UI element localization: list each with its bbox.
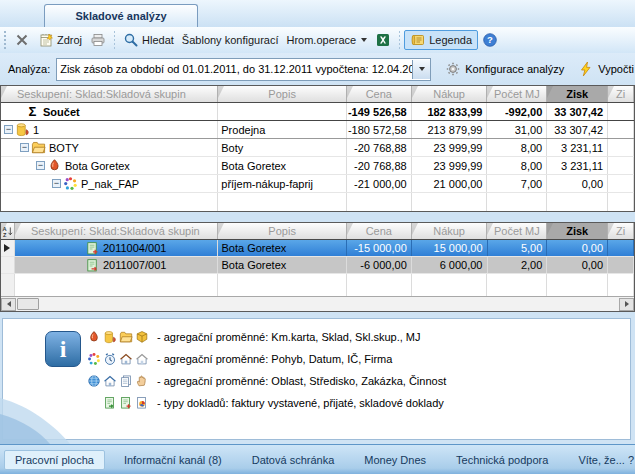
column-header-group[interactable]: Seskupení: Sklad:Skladová skupin xyxy=(15,223,218,239)
column-header-zi[interactable]: Zi xyxy=(608,223,634,239)
legend-panel: i - agregační proměnné: Km.karta, Sklad,… xyxy=(2,318,631,440)
cell-text: 0,00 xyxy=(582,178,603,190)
cell-text: -15 000,00 xyxy=(354,242,407,254)
warehouse-icon xyxy=(15,122,30,137)
cell-text: 23 999,99 xyxy=(434,160,483,172)
bottom-tab-label: Money Dnes xyxy=(364,454,426,466)
column-header-group[interactable]: Seskupení: Sklad:Skladová skupin xyxy=(1,86,218,102)
value-cell: 21 000,00 xyxy=(412,175,488,192)
column-header-popis[interactable]: Popis xyxy=(218,223,347,239)
column-header-cena[interactable]: Cena xyxy=(347,223,412,239)
receipt-doc-arrow-icon xyxy=(85,258,100,273)
legend-text: - agregační proměnné: Km.karta, Sklad, S… xyxy=(157,331,421,343)
search-button[interactable]: Hledat xyxy=(119,30,178,50)
help-icon: ? xyxy=(482,32,498,48)
value-cell xyxy=(608,240,634,256)
scroll-right-button[interactable] xyxy=(619,298,634,311)
legend-icons xyxy=(77,396,149,410)
tree-row[interactable]: −BOTYBoty-20 768,8823 999,998,003 231,11 xyxy=(1,139,634,157)
filler-cell xyxy=(218,274,347,296)
analysis-combobox[interactable]: Zisk zásob za období od 01.01.2011, do 3… xyxy=(56,58,431,81)
bottom-tab-label: Technická podpora xyxy=(456,454,548,466)
cell-text: Boty xyxy=(221,142,243,154)
stock-movement-icon xyxy=(63,176,78,191)
scroll-left-icon xyxy=(7,301,11,307)
value-cell: -6 000,00 xyxy=(347,257,412,273)
expander-minus-box[interactable]: − xyxy=(20,143,29,152)
invoice-in-icon xyxy=(119,396,133,410)
scroll-left-button[interactable] xyxy=(1,298,16,311)
legend-text: - agregační proměnné: Oblast, Středisko,… xyxy=(157,375,446,387)
print-button[interactable] xyxy=(86,30,110,50)
bottom-tab-informa-n-kan-l-8[interactable]: Informační kanál (8) xyxy=(113,450,233,470)
config-templates-button[interactable]: Šablony konfigurací xyxy=(178,32,283,48)
column-header-label: Nákup xyxy=(433,88,465,100)
tree-row[interactable]: −P_nak_FAPpříjem-nákup-faprij-21 000,002… xyxy=(1,175,634,193)
column-header-label: Seskupení: Sklad:Skladová skupin xyxy=(17,88,186,100)
excel-export-button[interactable] xyxy=(371,30,395,50)
stock-card-icon xyxy=(87,330,101,344)
chevron-down-icon xyxy=(419,67,425,71)
column-header-nkup[interactable]: Nákup xyxy=(412,86,488,102)
tree-row[interactable]: −Bota GoretexBota Goretex-20 768,8823 99… xyxy=(1,157,634,175)
source-button-label: Zdroj xyxy=(57,34,82,46)
column-header-label: Zi xyxy=(616,88,625,100)
compute-button[interactable]: Vypočti xyxy=(578,61,634,77)
column-header-zisk[interactable]: Zisk xyxy=(547,86,608,102)
tree-group-cell: −P_nak_FAP xyxy=(1,175,218,192)
value-cell: 182 833,99 xyxy=(412,103,488,120)
source-button[interactable]: Zdroj xyxy=(34,30,86,50)
cell-text: příjem-nákup-faprij xyxy=(221,178,313,190)
expander-minus-box[interactable]: − xyxy=(36,161,45,170)
documents-grid: AZSeskupení: Sklad:Skladová skupinPopisC… xyxy=(0,222,635,312)
tree-row[interactable]: ΣSoučet-149 526,58182 833,99-992,0033 30… xyxy=(1,103,634,121)
column-header-poetmj[interactable]: Počet MJ xyxy=(487,223,547,239)
column-header-nkup[interactable]: Nákup xyxy=(412,223,488,239)
tab-skladove-analyzy[interactable]: Skladové analýzy xyxy=(44,4,198,27)
filler-cell xyxy=(487,274,547,296)
bottom-tab-v-te-e[interactable]: Víte, že... ? xyxy=(567,450,635,470)
scrollbar-thumb[interactable] xyxy=(17,298,39,310)
legend-text: - typy dokladů: faktury vystavené, přija… xyxy=(157,397,444,409)
close-button[interactable] xyxy=(10,30,34,50)
bulk-operations-button[interactable]: Hrom.operace xyxy=(282,32,371,48)
analysis-config-button[interactable]: Konfigurace analýzy xyxy=(445,61,564,77)
value-cell: -149 526,58 xyxy=(347,103,412,120)
bottom-tab-label: Pracovní plocha xyxy=(15,454,94,466)
bottom-tab-technick-podpora[interactable]: Technická podpora xyxy=(445,450,559,470)
bottom-tab-datov-schr-nka[interactable]: Datová schránka xyxy=(241,450,346,470)
cell-text: 23 999,99 xyxy=(434,142,483,154)
expander-minus-box[interactable]: − xyxy=(4,125,13,134)
help-button[interactable]: ? xyxy=(478,30,502,50)
bottom-tab-pracovn-plocha[interactable]: Pracovní plocha xyxy=(4,450,105,470)
printer-icon xyxy=(90,32,106,48)
value-cell: 3 231,11 xyxy=(547,139,608,156)
info-icon: i xyxy=(45,331,81,367)
value-cell: 0,00 xyxy=(547,240,608,256)
column-header-poetmj[interactable]: Počet MJ xyxy=(487,86,547,102)
filler-cell xyxy=(15,274,218,296)
value-cell: 3 231,11 xyxy=(547,157,608,174)
column-header-cena[interactable]: Cena xyxy=(347,86,412,102)
column-header-popis[interactable]: Popis xyxy=(218,86,347,102)
document-row[interactable]: 2011004/001Bota Goretex-15 000,0015 000,… xyxy=(1,240,634,257)
tree-row[interactable]: −1Prodejna-180 572,58213 879,9931,0033 3… xyxy=(1,121,634,139)
analysis-combobox-dropdown[interactable] xyxy=(412,60,430,79)
value-cell: -180 572,58 xyxy=(347,121,412,138)
value-cell: 213 879,99 xyxy=(412,121,488,138)
sort-corner-cell[interactable]: AZ xyxy=(1,223,15,239)
toolbar-grip[interactable] xyxy=(2,31,7,49)
cell-text: -6 000,00 xyxy=(360,259,406,271)
value-cell: 15 000,00 xyxy=(412,240,488,256)
legend-toggle-button[interactable]: Legenda xyxy=(404,30,478,50)
warehouse-icon xyxy=(103,330,117,344)
expander-minus-box[interactable]: − xyxy=(52,179,61,188)
config-templates-label: Šablony konfigurací xyxy=(182,34,279,46)
document-row[interactable]: 2011007/001Bota Goretex-6 000,006 000,00… xyxy=(1,257,634,274)
column-header-label: Nákup xyxy=(433,225,465,237)
bottom-tab-money-dnes[interactable]: Money Dnes xyxy=(353,450,437,470)
column-header-zisk[interactable]: Zisk xyxy=(547,223,608,239)
chevron-down-icon xyxy=(361,38,367,42)
column-header-zi[interactable]: Zi xyxy=(608,86,634,102)
horizontal-scrollbar[interactable] xyxy=(1,296,634,311)
